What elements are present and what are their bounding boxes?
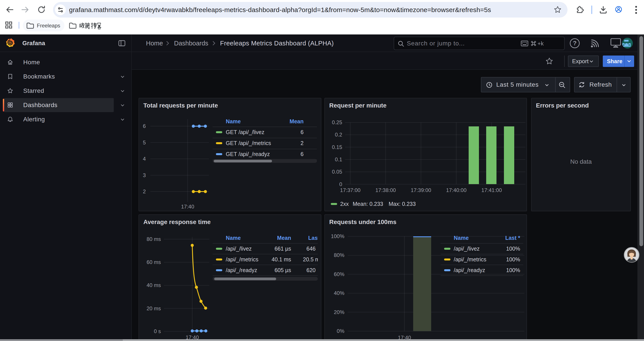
svg-text:?: ? xyxy=(573,40,576,47)
